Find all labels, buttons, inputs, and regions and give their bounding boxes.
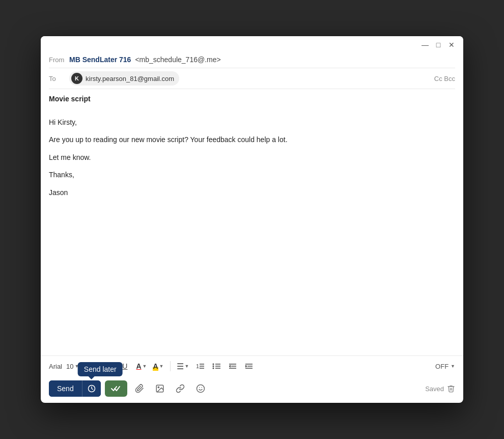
clock-icon [88,385,96,393]
from-row: From MB SendLater 716 <mb_schedule_716@.… [49,51,455,68]
highlight-label: A [153,362,158,371]
closing-line: Thanks, [49,169,455,180]
body-paragraph1: Are you up to reading our new movie scri… [49,134,455,145]
highlight-chevron-icon: ▼ [159,364,164,369]
link-button[interactable] [172,380,188,397]
compose-body[interactable]: Hi Kirsty, Are you up to reading our new… [41,108,463,355]
emoji-button[interactable] [192,380,209,397]
recipient-chip[interactable]: K kirsty.pearson_81@gmail.com [69,71,179,86]
ordered-list-icon: 1. [196,362,204,370]
unordered-list-button[interactable] [209,359,223,373]
off-label: OFF [435,363,449,370]
svg-point-4 [213,364,214,365]
bold-button[interactable]: B [85,359,99,373]
compose-header: From MB SendLater 716 <mb_schedule_716@.… [41,51,463,108]
subject-row: Movie script [49,89,455,108]
title-bar: — □ ✕ [41,36,463,51]
underline-button[interactable]: U [118,359,132,373]
send-later-button[interactable] [82,380,101,397]
emoji-icon [196,384,205,393]
checkmark-button[interactable] [105,380,127,397]
from-sender-email: <mb_schedule_716@.me> [135,56,220,64]
svg-point-20 [158,387,159,388]
align-dropdown[interactable]: ☰ ▼ [175,359,191,373]
font-color-dropdown[interactable]: A ▼ [134,359,149,373]
svg-point-5 [213,366,214,367]
indent-less-button[interactable] [226,359,240,373]
saved-area: Saved [425,385,455,393]
cc-bcc-button[interactable]: Cc Bcc [434,75,455,83]
toolbar-area: Arial 10 ▼ B I U A ▼ A ▼ ☰ ▼ [41,355,463,403]
svg-point-21 [197,385,204,393]
formatting-toolbar: Arial 10 ▼ B I U A ▼ A ▼ ☰ ▼ [49,356,455,376]
delete-button[interactable] [447,385,455,393]
font-size-chevron-icon: ▼ [74,364,79,369]
image-button[interactable] [152,380,168,397]
window-controls: — □ ✕ [422,41,455,48]
attachment-icon [135,384,144,393]
signature-line: Jason [49,187,455,198]
from-label: From [49,56,65,64]
align-icon: ☰ [177,362,184,371]
italic-button[interactable]: I [101,359,116,373]
subject-field[interactable]: Movie script [49,95,91,103]
svg-point-6 [213,368,214,369]
off-chevron-icon: ▼ [451,364,455,369]
send-button-group: Send Send later [49,380,101,397]
unordered-list-icon [212,362,220,370]
trash-icon [447,385,455,393]
attachment-button[interactable] [131,380,148,397]
image-icon [155,384,164,393]
avatar: K [71,73,82,84]
close-button[interactable]: ✕ [448,41,455,48]
ordered-list-button[interactable]: 1. [193,359,207,373]
send-toolbar: Send Send later [49,376,455,403]
link-icon [176,384,185,393]
svg-line-18 [92,389,93,390]
off-toggle[interactable]: OFF ▼ [435,363,455,370]
recipient-email: kirsty.pearson_81@gmail.com [86,75,174,83]
minimize-button[interactable]: — [422,41,429,48]
saved-label: Saved [425,385,444,393]
maximize-button[interactable]: □ [435,41,442,48]
to-label: To [49,75,65,83]
font-size-selector[interactable]: 10 ▼ [66,363,79,370]
to-row: To K kirsty.pearson_81@gmail.com Cc Bcc [49,68,455,89]
font-family-selector[interactable]: Arial [49,363,62,370]
send-button[interactable]: Send [49,380,82,397]
align-chevron-icon: ▼ [185,364,189,369]
font-color-label: A [136,362,141,370]
double-check-icon [111,385,121,393]
greeting-line: Hi Kirsty, [49,117,455,128]
from-sender-name: MB SendLater 716 [69,56,131,64]
indent-more-button[interactable] [242,359,256,373]
indent-less-icon [229,362,237,370]
compose-window: — □ ✕ From MB SendLater 716 <mb_schedule… [41,36,463,403]
font-color-chevron-icon: ▼ [143,364,147,369]
toolbar-divider-1 [170,361,171,371]
body-paragraph2: Let me know. [49,152,455,163]
send-later-container: Send later [82,380,101,397]
indent-more-icon [245,362,253,370]
font-size-value: 10 [66,363,73,370]
highlight-color-dropdown[interactable]: A ▼ [151,359,165,373]
